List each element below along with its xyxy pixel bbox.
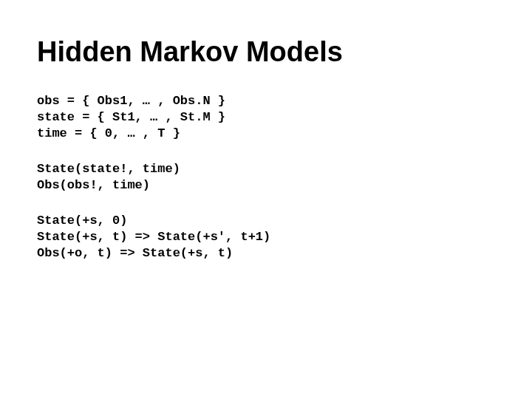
code-line: State(+s, t) => State(+s', t+1) bbox=[37, 230, 270, 244]
slide-title: Hidden Markov Models bbox=[37, 37, 495, 68]
code-line: time = { 0, … , T } bbox=[37, 126, 180, 140]
code-line: obs = { Obs1, … , Obs.N } bbox=[37, 94, 225, 108]
definitions-block: obs = { Obs1, … , Obs.N } state = { St1,… bbox=[37, 93, 495, 142]
slide: Hidden Markov Models obs = { Obs1, … , O… bbox=[0, 0, 532, 399]
code-line: Obs(obs!, time) bbox=[37, 178, 150, 192]
code-line: State(state!, time) bbox=[37, 162, 180, 176]
code-line: State(+s, 0) bbox=[37, 214, 127, 228]
declarations-block: State(state!, time) Obs(obs!, time) bbox=[37, 161, 495, 194]
rules-block: State(+s, 0) State(+s, t) => State(+s', … bbox=[37, 213, 495, 262]
code-line: state = { St1, … , St.M } bbox=[37, 110, 225, 124]
code-line: Obs(+o, t) => State(+s, t) bbox=[37, 246, 233, 260]
